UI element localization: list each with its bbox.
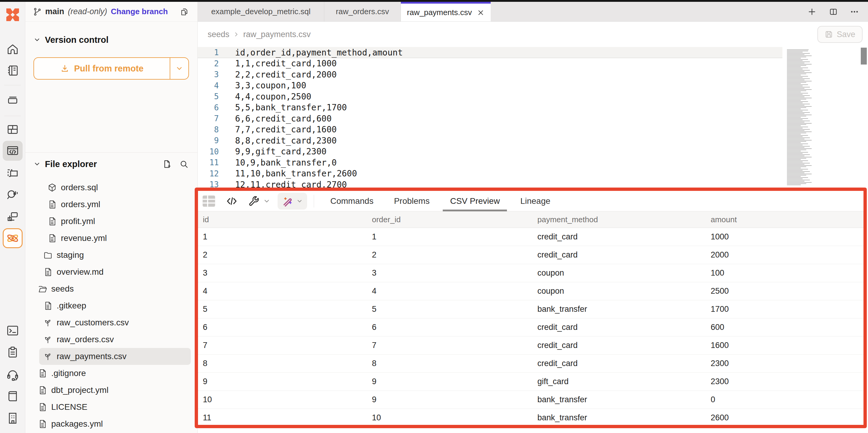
panel-tab-csv-preview[interactable]: CSV Preview [440, 191, 510, 211]
file-icon [38, 420, 47, 429]
editor-line: 1id,order_id,payment_method,amount [198, 47, 782, 58]
table-row: 99gift_card2300 [198, 373, 864, 391]
file-item-revenue.yml[interactable]: revenue.yml [25, 230, 197, 247]
table-cell: 100 [706, 268, 864, 278]
file-item-packages.yml[interactable]: packages.yml [25, 415, 197, 432]
tab-label: example_develop_metric.sql [211, 7, 311, 16]
file-item-label: raw_customers.csv [57, 318, 129, 327]
file-item-.gitignore[interactable]: .gitignore [25, 365, 197, 382]
headset-icon[interactable] [3, 365, 23, 384]
toolbar-divider [314, 195, 314, 207]
panel-tab-commands[interactable]: Commands [320, 191, 384, 211]
file-item-orders.yml[interactable]: orders.yml [25, 196, 197, 213]
editor-line: 43,3,coupon,100 [198, 80, 868, 91]
editor-tab-raw_orders.csv[interactable]: raw_orders.csv [324, 2, 401, 21]
magic-wand-button[interactable] [278, 193, 307, 209]
file-item-label: dbt_project.yml [51, 385, 108, 395]
editor-scrollbar-thumb[interactable] [861, 48, 867, 64]
file-item-raw_payments.csv[interactable]: raw_payments.csv [39, 348, 191, 365]
download-icon [60, 64, 69, 73]
file-item-LICENSE[interactable]: LICENSE [25, 399, 197, 415]
file-item-raw_customers.csv[interactable]: raw_customers.csv [25, 314, 197, 331]
table-cell: credit_card [532, 232, 706, 241]
archive-tray-icon[interactable] [3, 90, 23, 110]
line-code: 2,2,credit_card,2000 [235, 70, 337, 80]
file-icon [48, 200, 57, 209]
home-icon[interactable] [3, 39, 23, 59]
file-item-orders.sql[interactable]: orders.sql [25, 179, 197, 196]
editor-line: 1211,10,bank_transfer,2600 [198, 168, 868, 179]
file-item-label: .gitignore [51, 369, 86, 378]
panel-tab-lineage[interactable]: Lineage [510, 191, 561, 211]
file-item-seeds[interactable]: seeds [25, 281, 197, 297]
windows-icon[interactable] [3, 207, 23, 227]
magic-wand-icon [282, 196, 293, 206]
frame-select-icon[interactable] [3, 163, 23, 183]
editor-line: 1110,9,bank_transfer,0 [198, 157, 868, 168]
file-icon [48, 217, 57, 226]
search-icon[interactable] [179, 160, 188, 169]
panel-tab-problems[interactable]: Problems [384, 191, 440, 211]
table-cell: 6 [198, 323, 367, 332]
search-insights-icon[interactable] [3, 184, 23, 204]
editor-tab-example_develop_metric.sql[interactable]: example_develop_metric.sql [198, 2, 324, 21]
pull-from-remote-button[interactable]: Pull from remote [33, 57, 189, 80]
editor-line: 65,5,bank_transfer,1700 [198, 102, 868, 113]
pull-button-label: Pull from remote [74, 64, 144, 74]
terminal-icon[interactable] [3, 321, 23, 341]
chevron-down-icon[interactable] [263, 198, 270, 205]
new-file-icon[interactable] [162, 160, 172, 169]
line-code: id,order_id,payment_method,amount [235, 48, 403, 58]
file-item-raw_orders.csv[interactable]: raw_orders.csv [25, 331, 197, 348]
file-item-overview.md[interactable]: overview.md [25, 263, 197, 281]
table-header-row: idorder_idpayment_methodamount [198, 211, 864, 228]
table-cell: 3 [367, 268, 532, 278]
code-icon[interactable] [226, 195, 238, 207]
minimap[interactable] [787, 50, 820, 186]
table-cell: 8 [198, 359, 367, 368]
chevron-down-icon[interactable] [33, 161, 41, 168]
file-item-dbt_project.yml[interactable]: dbt_project.yml [25, 382, 197, 399]
file-item-label: orders.yml [61, 200, 100, 209]
code-editor-icon[interactable] [3, 141, 23, 161]
copy-icon[interactable] [180, 7, 188, 16]
save-button[interactable]: Save [817, 26, 863, 43]
file-icon [38, 403, 47, 412]
chevron-down-icon[interactable] [33, 36, 41, 44]
editor-line: 21,1,credit_card,1000 [198, 58, 868, 69]
layout-grid-icon[interactable] [3, 120, 23, 140]
split-editor-icon[interactable] [829, 7, 838, 16]
change-branch-link[interactable]: Change branch [111, 7, 168, 16]
notebook-icon[interactable] [3, 61, 23, 81]
line-number: 1 [198, 48, 219, 57]
table-row: 33coupon100 [198, 264, 864, 282]
table-cell: 5 [367, 305, 532, 314]
file-item-profit.yml[interactable]: profit.yml [25, 213, 197, 230]
table-cell: 4 [198, 286, 367, 296]
file-item-staging[interactable]: staging [25, 247, 197, 263]
atom-icon[interactable] [3, 228, 23, 248]
table-row: 22credit_card2000 [198, 246, 864, 264]
file-item-label: profit.yml [61, 216, 95, 226]
table-cell: 10 [198, 395, 367, 404]
dbt-logo[interactable] [3, 5, 22, 24]
table-row: 88credit_card2300 [198, 355, 864, 373]
results-table-icon[interactable] [202, 195, 216, 207]
book-icon[interactable] [3, 386, 23, 406]
save-icon [825, 30, 833, 38]
table-cell: 7 [198, 341, 367, 350]
code-editor[interactable]: 1id,order_id,payment_method,amount21,1,c… [198, 47, 868, 210]
building-icon[interactable] [3, 408, 23, 428]
close-tab-icon[interactable] [477, 9, 485, 17]
new-tab-icon[interactable] [807, 7, 817, 17]
table-cell: 4 [367, 286, 532, 296]
editor-lines: 1id,order_id,payment_method,amount21,1,c… [198, 47, 868, 190]
clipboard-icon[interactable] [3, 343, 23, 363]
more-icon[interactable] [850, 7, 859, 16]
version-control-section: Version control Pull from remote [25, 22, 197, 152]
file-item-.gitkeep[interactable]: .gitkeep [25, 297, 197, 314]
editor-tab-raw_payments.csv[interactable]: raw_payments.csv [401, 2, 491, 21]
build-tools-icon[interactable] [248, 195, 259, 207]
breadcrumb-row: seeds raw_payments.csv Save [198, 22, 868, 47]
pull-options-button[interactable] [170, 58, 188, 79]
